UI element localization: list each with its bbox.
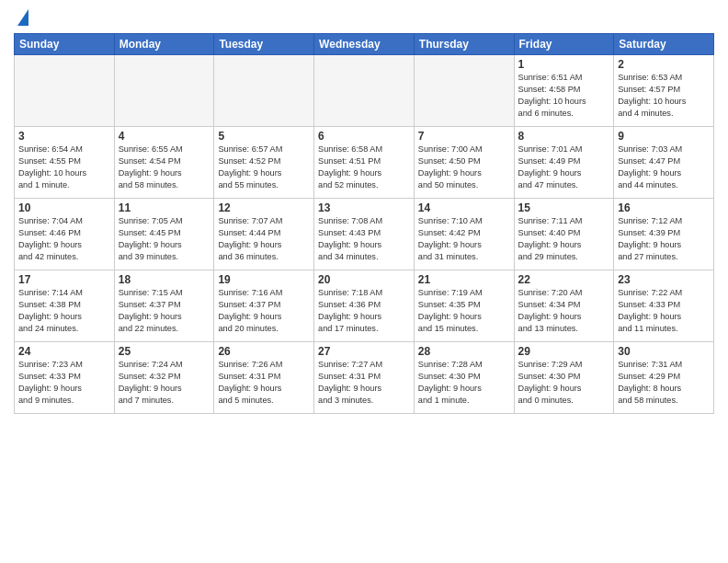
- calendar-cell: 21Sunrise: 7:19 AM Sunset: 4:35 PM Dayli…: [414, 270, 514, 342]
- day-number: 29: [518, 345, 610, 358]
- weekday-header-monday: Monday: [114, 34, 214, 55]
- calendar-cell: 15Sunrise: 7:11 AM Sunset: 4:40 PM Dayli…: [514, 199, 614, 270]
- day-info: Sunrise: 7:14 AM Sunset: 4:38 PM Dayligh…: [18, 287, 110, 335]
- day-info: Sunrise: 7:04 AM Sunset: 4:46 PM Dayligh…: [18, 215, 110, 263]
- day-number: 8: [518, 130, 610, 143]
- week-row-1: 3Sunrise: 6:54 AM Sunset: 4:55 PM Daylig…: [15, 127, 714, 199]
- weekday-header-friday: Friday: [514, 34, 614, 55]
- day-number: 20: [318, 273, 410, 286]
- day-info: Sunrise: 7:27 AM Sunset: 4:31 PM Dayligh…: [318, 359, 410, 407]
- weekday-header-tuesday: Tuesday: [214, 34, 314, 55]
- day-info: Sunrise: 6:53 AM Sunset: 4:57 PM Dayligh…: [618, 72, 710, 120]
- calendar-cell: 24Sunrise: 7:23 AM Sunset: 4:33 PM Dayli…: [15, 342, 115, 414]
- weekday-header-saturday: Saturday: [614, 34, 714, 55]
- calendar-cell: [314, 55, 415, 127]
- day-number: 23: [618, 273, 710, 286]
- calendar-cell: [15, 55, 115, 127]
- day-info: Sunrise: 6:51 AM Sunset: 4:58 PM Dayligh…: [518, 72, 610, 120]
- day-number: 6: [318, 130, 410, 143]
- day-info: Sunrise: 7:12 AM Sunset: 4:39 PM Dayligh…: [618, 215, 710, 263]
- calendar-cell: 9Sunrise: 7:03 AM Sunset: 4:47 PM Daylig…: [614, 127, 714, 199]
- calendar-cell: 2Sunrise: 6:53 AM Sunset: 4:57 PM Daylig…: [614, 55, 714, 127]
- calendar-cell: 25Sunrise: 7:24 AM Sunset: 4:32 PM Dayli…: [114, 342, 214, 414]
- day-info: Sunrise: 7:03 AM Sunset: 4:47 PM Dayligh…: [618, 144, 710, 191]
- day-number: 26: [218, 345, 310, 358]
- day-info: Sunrise: 7:20 AM Sunset: 4:34 PM Dayligh…: [518, 287, 610, 335]
- day-number: 18: [119, 273, 210, 286]
- day-info: Sunrise: 7:07 AM Sunset: 4:44 PM Dayligh…: [218, 215, 310, 263]
- calendar-cell: [214, 55, 314, 127]
- day-info: Sunrise: 7:05 AM Sunset: 4:45 PM Dayligh…: [119, 215, 210, 263]
- day-number: 9: [618, 130, 710, 143]
- day-number: 12: [218, 201, 310, 214]
- day-info: Sunrise: 7:24 AM Sunset: 4:32 PM Dayligh…: [119, 359, 210, 407]
- calendar-cell: 16Sunrise: 7:12 AM Sunset: 4:39 PM Dayli…: [614, 199, 714, 270]
- day-number: 3: [18, 130, 110, 143]
- calendar-cell: 22Sunrise: 7:20 AM Sunset: 4:34 PM Dayli…: [514, 270, 614, 342]
- weekday-header-row: SundayMondayTuesdayWednesdayThursdayFrid…: [15, 34, 714, 55]
- day-info: Sunrise: 7:01 AM Sunset: 4:49 PM Dayligh…: [518, 144, 610, 191]
- logo: [14, 9, 28, 26]
- calendar-cell: 20Sunrise: 7:18 AM Sunset: 4:36 PM Dayli…: [314, 270, 415, 342]
- day-number: 11: [119, 201, 210, 214]
- page: SundayMondayTuesdayWednesdayThursdayFrid…: [0, 0, 728, 563]
- calendar-cell: [414, 55, 514, 127]
- calendar-cell: 12Sunrise: 7:07 AM Sunset: 4:44 PM Dayli…: [214, 199, 314, 270]
- day-info: Sunrise: 7:22 AM Sunset: 4:33 PM Dayligh…: [618, 287, 710, 335]
- day-number: 28: [418, 345, 510, 358]
- calendar-cell: 27Sunrise: 7:27 AM Sunset: 4:31 PM Dayli…: [314, 342, 415, 414]
- day-info: Sunrise: 7:31 AM Sunset: 4:29 PM Dayligh…: [618, 359, 710, 407]
- day-number: 30: [618, 345, 710, 358]
- weekday-header-wednesday: Wednesday: [314, 34, 415, 55]
- day-number: 17: [18, 273, 110, 286]
- calendar-cell: 26Sunrise: 7:26 AM Sunset: 4:31 PM Dayli…: [214, 342, 314, 414]
- day-info: Sunrise: 7:18 AM Sunset: 4:36 PM Dayligh…: [318, 287, 410, 335]
- calendar-cell: 11Sunrise: 7:05 AM Sunset: 4:45 PM Dayli…: [114, 199, 214, 270]
- day-info: Sunrise: 7:28 AM Sunset: 4:30 PM Dayligh…: [418, 359, 510, 407]
- day-number: 16: [618, 201, 710, 214]
- day-number: 1: [518, 58, 610, 71]
- calendar-cell: 6Sunrise: 6:58 AM Sunset: 4:51 PM Daylig…: [314, 127, 415, 199]
- day-number: 4: [119, 130, 210, 143]
- day-number: 14: [418, 201, 510, 214]
- calendar-cell: 5Sunrise: 6:57 AM Sunset: 4:52 PM Daylig…: [214, 127, 314, 199]
- weekday-header-thursday: Thursday: [414, 34, 514, 55]
- week-row-3: 17Sunrise: 7:14 AM Sunset: 4:38 PM Dayli…: [15, 270, 714, 342]
- day-number: 5: [218, 130, 310, 143]
- day-info: Sunrise: 6:57 AM Sunset: 4:52 PM Dayligh…: [218, 144, 310, 191]
- day-number: 22: [518, 273, 610, 286]
- calendar-cell: 1Sunrise: 6:51 AM Sunset: 4:58 PM Daylig…: [514, 55, 614, 127]
- day-info: Sunrise: 6:54 AM Sunset: 4:55 PM Dayligh…: [18, 144, 110, 191]
- day-number: 25: [119, 345, 210, 358]
- calendar-cell: 7Sunrise: 7:00 AM Sunset: 4:50 PM Daylig…: [414, 127, 514, 199]
- calendar-cell: 19Sunrise: 7:16 AM Sunset: 4:37 PM Dayli…: [214, 270, 314, 342]
- day-info: Sunrise: 7:11 AM Sunset: 4:40 PM Dayligh…: [518, 215, 610, 263]
- day-number: 13: [318, 201, 410, 214]
- week-row-0: 1Sunrise: 6:51 AM Sunset: 4:58 PM Daylig…: [15, 55, 714, 127]
- day-number: 15: [518, 201, 610, 214]
- calendar-cell: 18Sunrise: 7:15 AM Sunset: 4:37 PM Dayli…: [114, 270, 214, 342]
- day-number: 7: [418, 130, 510, 143]
- week-row-2: 10Sunrise: 7:04 AM Sunset: 4:46 PM Dayli…: [15, 199, 714, 270]
- day-info: Sunrise: 7:10 AM Sunset: 4:42 PM Dayligh…: [418, 215, 510, 263]
- calendar-cell: 10Sunrise: 7:04 AM Sunset: 4:46 PM Dayli…: [15, 199, 115, 270]
- day-info: Sunrise: 7:29 AM Sunset: 4:30 PM Dayligh…: [518, 359, 610, 407]
- calendar-cell: 4Sunrise: 6:55 AM Sunset: 4:54 PM Daylig…: [114, 127, 214, 199]
- day-info: Sunrise: 7:23 AM Sunset: 4:33 PM Dayligh…: [18, 359, 110, 407]
- calendar-cell: 30Sunrise: 7:31 AM Sunset: 4:29 PM Dayli…: [614, 342, 714, 414]
- day-number: 27: [318, 345, 410, 358]
- calendar-cell: [114, 55, 214, 127]
- day-number: 24: [18, 345, 110, 358]
- logo-triangle-icon: [17, 9, 28, 26]
- weekday-header-sunday: Sunday: [15, 34, 115, 55]
- day-info: Sunrise: 7:16 AM Sunset: 4:37 PM Dayligh…: [218, 287, 310, 335]
- day-number: 19: [218, 273, 310, 286]
- header: [14, 9, 714, 26]
- day-info: Sunrise: 6:55 AM Sunset: 4:54 PM Dayligh…: [119, 144, 210, 191]
- calendar: SundayMondayTuesdayWednesdayThursdayFrid…: [14, 33, 714, 414]
- calendar-cell: 13Sunrise: 7:08 AM Sunset: 4:43 PM Dayli…: [314, 199, 415, 270]
- day-number: 10: [18, 201, 110, 214]
- calendar-cell: 3Sunrise: 6:54 AM Sunset: 4:55 PM Daylig…: [15, 127, 115, 199]
- calendar-cell: 14Sunrise: 7:10 AM Sunset: 4:42 PM Dayli…: [414, 199, 514, 270]
- day-info: Sunrise: 7:19 AM Sunset: 4:35 PM Dayligh…: [418, 287, 510, 335]
